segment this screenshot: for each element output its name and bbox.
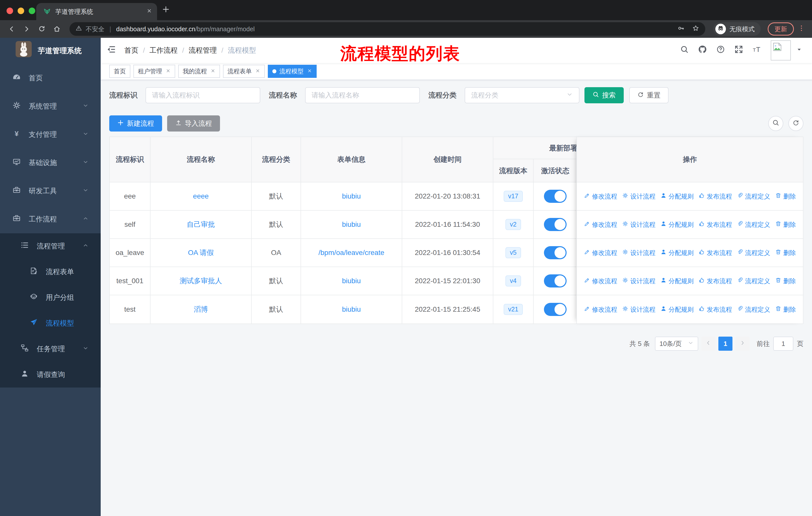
action-link-2[interactable]: 分配规则 xyxy=(661,192,694,200)
action-link-0[interactable]: 修改流程 xyxy=(584,192,617,200)
form-info-link[interactable]: biubiu xyxy=(342,305,361,314)
breadcrumb-workflow[interactable]: 工作流程 xyxy=(149,46,178,55)
zoom-window-button[interactable] xyxy=(29,7,35,14)
new-tab-button[interactable] xyxy=(162,5,170,15)
close-icon[interactable] xyxy=(210,68,215,75)
sidebar-item-3[interactable]: 基础设施 xyxy=(0,148,101,177)
reset-button[interactable]: 重置 xyxy=(629,87,669,103)
action-link-3[interactable]: 发布流程 xyxy=(699,192,732,200)
sidebar-item-5[interactable]: 工作流程 xyxy=(0,205,101,233)
minimize-window-button[interactable] xyxy=(18,7,24,14)
close-icon[interactable] xyxy=(255,68,260,75)
close-icon[interactable] xyxy=(307,68,312,75)
browser-menu-icon[interactable] xyxy=(798,25,805,33)
action-link-4[interactable]: 流程定义 xyxy=(737,249,770,257)
fullscreen-icon[interactable] xyxy=(734,45,743,56)
close-window-button[interactable] xyxy=(6,7,13,14)
breadcrumb-home[interactable]: 首页 xyxy=(124,46,139,55)
sidebar-item-6[interactable]: 流程管理 xyxy=(0,233,101,259)
avatar-caret-icon[interactable] xyxy=(796,47,802,54)
sidebar-item-0[interactable]: 首页 xyxy=(0,64,101,92)
action-link-2[interactable]: 分配规则 xyxy=(661,249,694,257)
form-info-link[interactable]: biubiu xyxy=(342,220,361,228)
font-size-icon[interactable]: TT xyxy=(753,45,761,56)
app-logo[interactable]: 芋道管理系统 xyxy=(0,38,101,64)
sidebar-item-11[interactable]: 请假查询 xyxy=(0,362,101,387)
tag-2[interactable]: 我的流程 xyxy=(178,65,220,78)
action-link-5[interactable]: 删除 xyxy=(775,192,796,200)
tag-1[interactable]: 租户管理 xyxy=(134,65,175,78)
action-link-5[interactable]: 删除 xyxy=(775,277,796,285)
action-link-3[interactable]: 发布流程 xyxy=(699,220,732,229)
sidebar-item-2[interactable]: ¥支付管理 xyxy=(0,120,101,148)
process-name-link[interactable]: OA 请假 xyxy=(188,248,214,257)
action-link-0[interactable]: 修改流程 xyxy=(584,277,617,285)
browser-tab[interactable]: 芋道管理系统 xyxy=(36,3,157,20)
home-icon[interactable] xyxy=(50,22,63,35)
action-link-3[interactable]: 发布流程 xyxy=(699,305,732,314)
breadcrumb-process-manage[interactable]: 流程管理 xyxy=(189,46,217,55)
next-page-button[interactable] xyxy=(735,336,750,351)
action-link-5[interactable]: 删除 xyxy=(775,249,796,257)
import-process-button[interactable]: 导入流程 xyxy=(167,115,220,132)
tag-0[interactable]: 首页 xyxy=(109,65,130,78)
active-toggle[interactable] xyxy=(544,218,567,231)
hamburger-icon[interactable] xyxy=(107,45,116,56)
page-number-1[interactable]: 1 xyxy=(718,336,732,351)
address-bar[interactable]: 不安全 | dashboard.yudao.iocoder.cn/bpm/man… xyxy=(69,22,705,36)
active-toggle[interactable] xyxy=(544,303,567,316)
page-size-select[interactable]: 10条/页 xyxy=(655,336,698,351)
process-name-link[interactable]: eeee xyxy=(193,192,209,200)
process-name-link[interactable]: 测试多审批人 xyxy=(180,276,222,286)
form-info-link[interactable]: biubiu xyxy=(342,192,361,200)
action-link-2[interactable]: 分配规则 xyxy=(661,220,694,229)
forward-icon[interactable] xyxy=(20,22,33,35)
tag-3[interactable]: 流程表单 xyxy=(223,65,265,78)
action-link-3[interactable]: 发布流程 xyxy=(699,277,732,285)
sidebar-item-4[interactable]: 研发工具 xyxy=(0,177,101,205)
action-link-1[interactable]: 设计流程 xyxy=(622,305,656,314)
chrome-update-button[interactable]: 更新 xyxy=(768,22,794,35)
action-link-0[interactable]: 修改流程 xyxy=(584,220,617,229)
active-toggle[interactable] xyxy=(544,190,567,203)
action-link-1[interactable]: 设计流程 xyxy=(622,249,656,257)
password-key-icon[interactable] xyxy=(677,25,685,33)
process-category-select[interactable]: 流程分类 xyxy=(465,87,579,103)
form-info-link[interactable]: /bpm/oa/leave/create xyxy=(318,249,384,257)
header-search-icon[interactable] xyxy=(680,45,689,56)
process-key-input[interactable] xyxy=(152,91,254,99)
action-link-5[interactable]: 删除 xyxy=(775,220,796,229)
process-name-input[interactable] xyxy=(312,91,413,99)
tag-4[interactable]: 流程模型 xyxy=(268,65,317,78)
action-link-0[interactable]: 修改流程 xyxy=(584,249,617,257)
close-icon[interactable] xyxy=(166,68,171,75)
action-link-4[interactable]: 流程定义 xyxy=(737,305,770,314)
process-name-link[interactable]: 自己审批 xyxy=(187,220,215,229)
action-link-2[interactable]: 分配规则 xyxy=(661,305,694,314)
prev-page-button[interactable] xyxy=(701,336,715,351)
action-link-3[interactable]: 发布流程 xyxy=(699,249,732,257)
action-link-0[interactable]: 修改流程 xyxy=(584,305,617,314)
process-name-link[interactable]: 滔博 xyxy=(194,305,208,314)
action-link-2[interactable]: 分配规则 xyxy=(661,277,694,285)
process-key-field[interactable] xyxy=(145,87,260,103)
user-avatar[interactable] xyxy=(771,40,791,60)
sidebar-item-8[interactable]: 用户分组 xyxy=(0,285,101,310)
active-toggle[interactable] xyxy=(544,274,567,288)
toggle-search-button[interactable] xyxy=(768,116,783,131)
sidebar-item-9[interactable]: 流程模型 xyxy=(0,310,101,336)
action-link-4[interactable]: 流程定义 xyxy=(737,220,770,229)
search-button[interactable]: 搜索 xyxy=(584,87,624,103)
action-link-4[interactable]: 流程定义 xyxy=(737,192,770,200)
sidebar-item-7[interactable]: 流程表单 xyxy=(0,259,101,285)
sidebar-item-1[interactable]: 系统管理 xyxy=(0,92,101,120)
active-toggle[interactable] xyxy=(544,246,567,259)
action-link-5[interactable]: 删除 xyxy=(775,305,796,314)
github-icon[interactable] xyxy=(698,45,707,56)
bookmark-star-icon[interactable] xyxy=(692,25,699,33)
process-name-field[interactable] xyxy=(305,87,420,103)
help-icon[interactable] xyxy=(716,45,725,56)
action-link-1[interactable]: 设计流程 xyxy=(622,192,656,200)
create-process-button[interactable]: 新建流程 xyxy=(109,115,162,132)
action-link-1[interactable]: 设计流程 xyxy=(622,220,656,229)
